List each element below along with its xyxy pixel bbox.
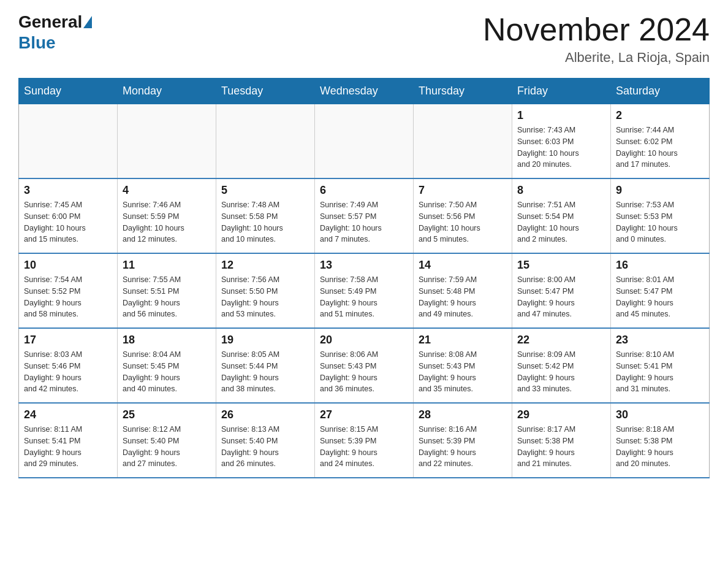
calendar-cell: 4Sunrise: 7:46 AM Sunset: 5:59 PM Daylig… [118, 178, 216, 253]
day-info: Sunrise: 8:11 AM Sunset: 5:41 PM Dayligh… [24, 424, 112, 470]
calendar-cell: 2Sunrise: 7:44 AM Sunset: 6:02 PM Daylig… [611, 104, 710, 179]
day-info: Sunrise: 8:17 AM Sunset: 5:38 PM Dayligh… [517, 424, 605, 470]
day-info: Sunrise: 7:56 AM Sunset: 5:50 PM Dayligh… [221, 274, 309, 320]
title-section: November 2024 Alberite, La Rioja, Spain [483, 12, 710, 66]
day-info: Sunrise: 8:13 AM Sunset: 5:40 PM Dayligh… [221, 424, 309, 470]
calendar-cell: 10Sunrise: 7:54 AM Sunset: 5:52 PM Dayli… [19, 253, 118, 328]
day-info: Sunrise: 7:45 AM Sunset: 6:00 PM Dayligh… [24, 199, 112, 245]
day-info: Sunrise: 7:49 AM Sunset: 5:57 PM Dayligh… [320, 199, 408, 245]
day-number: 8 [517, 184, 605, 197]
day-info: Sunrise: 7:55 AM Sunset: 5:51 PM Dayligh… [123, 274, 211, 320]
page-header: General Blue November 2024 Alberite, La … [18, 12, 710, 66]
calendar-cell [118, 104, 216, 179]
day-info: Sunrise: 8:08 AM Sunset: 5:43 PM Dayligh… [419, 349, 507, 395]
day-number: 23 [616, 334, 704, 347]
day-number: 17 [24, 334, 112, 347]
calendar-week-row: 10Sunrise: 7:54 AM Sunset: 5:52 PM Dayli… [19, 253, 710, 328]
calendar-cell: 20Sunrise: 8:06 AM Sunset: 5:43 PM Dayli… [315, 328, 414, 403]
calendar-cell: 28Sunrise: 8:16 AM Sunset: 5:39 PM Dayli… [414, 403, 512, 478]
day-number: 5 [221, 184, 309, 197]
calendar-cell: 29Sunrise: 8:17 AM Sunset: 5:38 PM Dayli… [512, 403, 611, 478]
day-number: 12 [221, 259, 309, 272]
day-info: Sunrise: 8:16 AM Sunset: 5:39 PM Dayligh… [419, 424, 507, 470]
weekday-header-friday: Friday [512, 79, 611, 104]
calendar-week-row: 3Sunrise: 7:45 AM Sunset: 6:00 PM Daylig… [19, 178, 710, 253]
weekday-header-wednesday: Wednesday [315, 79, 414, 104]
day-info: Sunrise: 8:03 AM Sunset: 5:46 PM Dayligh… [24, 349, 112, 395]
day-number: 9 [616, 184, 704, 197]
calendar-cell: 24Sunrise: 8:11 AM Sunset: 5:41 PM Dayli… [19, 403, 118, 478]
calendar-cell [19, 104, 118, 179]
calendar-cell: 19Sunrise: 8:05 AM Sunset: 5:44 PM Dayli… [216, 328, 315, 403]
day-number: 13 [320, 259, 408, 272]
calendar-cell: 26Sunrise: 8:13 AM Sunset: 5:40 PM Dayli… [216, 403, 315, 478]
day-number: 25 [123, 408, 211, 421]
day-number: 16 [616, 259, 704, 272]
day-info: Sunrise: 8:12 AM Sunset: 5:40 PM Dayligh… [123, 424, 211, 470]
day-number: 11 [123, 259, 211, 272]
calendar-cell: 21Sunrise: 8:08 AM Sunset: 5:43 PM Dayli… [414, 328, 512, 403]
weekday-header-row: SundayMondayTuesdayWednesdayThursdayFrid… [19, 79, 710, 104]
calendar-cell: 7Sunrise: 7:50 AM Sunset: 5:56 PM Daylig… [414, 178, 512, 253]
calendar-cell: 13Sunrise: 7:58 AM Sunset: 5:49 PM Dayli… [315, 253, 414, 328]
calendar-week-row: 17Sunrise: 8:03 AM Sunset: 5:46 PM Dayli… [19, 328, 710, 403]
day-info: Sunrise: 8:01 AM Sunset: 5:47 PM Dayligh… [616, 274, 704, 320]
weekday-header-thursday: Thursday [414, 79, 512, 104]
day-info: Sunrise: 8:18 AM Sunset: 5:38 PM Dayligh… [616, 424, 704, 470]
logo: General Blue [18, 12, 93, 53]
day-info: Sunrise: 7:46 AM Sunset: 5:59 PM Dayligh… [123, 199, 211, 245]
weekday-header-sunday: Sunday [19, 79, 118, 104]
calendar-cell: 17Sunrise: 8:03 AM Sunset: 5:46 PM Dayli… [19, 328, 118, 403]
day-info: Sunrise: 8:04 AM Sunset: 5:45 PM Dayligh… [123, 349, 211, 395]
day-info: Sunrise: 7:50 AM Sunset: 5:56 PM Dayligh… [419, 199, 507, 245]
calendar-cell: 27Sunrise: 8:15 AM Sunset: 5:39 PM Dayli… [315, 403, 414, 478]
day-number: 4 [123, 184, 211, 197]
calendar-cell: 6Sunrise: 7:49 AM Sunset: 5:57 PM Daylig… [315, 178, 414, 253]
month-title: November 2024 [483, 12, 710, 47]
day-number: 6 [320, 184, 408, 197]
calendar-week-row: 1Sunrise: 7:43 AM Sunset: 6:03 PM Daylig… [19, 104, 710, 179]
day-number: 3 [24, 184, 112, 197]
day-info: Sunrise: 7:54 AM Sunset: 5:52 PM Dayligh… [24, 274, 112, 320]
day-info: Sunrise: 7:43 AM Sunset: 6:03 PM Dayligh… [517, 124, 605, 170]
day-number: 26 [221, 408, 309, 421]
calendar-cell: 15Sunrise: 8:00 AM Sunset: 5:47 PM Dayli… [512, 253, 611, 328]
logo-blue-text: Blue [18, 33, 56, 52]
day-info: Sunrise: 8:06 AM Sunset: 5:43 PM Dayligh… [320, 349, 408, 395]
day-info: Sunrise: 8:00 AM Sunset: 5:47 PM Dayligh… [517, 274, 605, 320]
day-number: 20 [320, 334, 408, 347]
calendar-week-row: 24Sunrise: 8:11 AM Sunset: 5:41 PM Dayli… [19, 403, 710, 478]
day-info: Sunrise: 8:10 AM Sunset: 5:41 PM Dayligh… [616, 349, 704, 395]
day-number: 24 [24, 408, 112, 421]
calendar-cell: 11Sunrise: 7:55 AM Sunset: 5:51 PM Dayli… [118, 253, 216, 328]
location-text: Alberite, La Rioja, Spain [483, 50, 710, 66]
calendar-cell: 12Sunrise: 7:56 AM Sunset: 5:50 PM Dayli… [216, 253, 315, 328]
calendar-cell: 9Sunrise: 7:53 AM Sunset: 5:53 PM Daylig… [611, 178, 710, 253]
weekday-header-monday: Monday [118, 79, 216, 104]
day-number: 19 [221, 334, 309, 347]
calendar-cell [315, 104, 414, 179]
day-info: Sunrise: 8:09 AM Sunset: 5:42 PM Dayligh… [517, 349, 605, 395]
day-number: 21 [419, 334, 507, 347]
calendar-cell: 30Sunrise: 8:18 AM Sunset: 5:38 PM Dayli… [611, 403, 710, 478]
calendar-cell: 16Sunrise: 8:01 AM Sunset: 5:47 PM Dayli… [611, 253, 710, 328]
day-number: 18 [123, 334, 211, 347]
day-number: 22 [517, 334, 605, 347]
calendar-cell: 8Sunrise: 7:51 AM Sunset: 5:54 PM Daylig… [512, 178, 611, 253]
calendar-cell [216, 104, 315, 179]
day-number: 30 [616, 408, 704, 421]
logo-general-text: General [18, 12, 82, 32]
day-number: 28 [419, 408, 507, 421]
calendar-cell: 5Sunrise: 7:48 AM Sunset: 5:58 PM Daylig… [216, 178, 315, 253]
day-number: 1 [517, 109, 605, 122]
calendar-table: SundayMondayTuesdayWednesdayThursdayFrid… [18, 78, 710, 478]
day-number: 27 [320, 408, 408, 421]
day-info: Sunrise: 7:53 AM Sunset: 5:53 PM Dayligh… [616, 199, 704, 245]
calendar-cell: 3Sunrise: 7:45 AM Sunset: 6:00 PM Daylig… [19, 178, 118, 253]
calendar-cell [414, 104, 512, 179]
weekday-header-saturday: Saturday [611, 79, 710, 104]
day-number: 14 [419, 259, 507, 272]
day-info: Sunrise: 8:15 AM Sunset: 5:39 PM Dayligh… [320, 424, 408, 470]
day-info: Sunrise: 7:59 AM Sunset: 5:48 PM Dayligh… [419, 274, 507, 320]
day-number: 7 [419, 184, 507, 197]
